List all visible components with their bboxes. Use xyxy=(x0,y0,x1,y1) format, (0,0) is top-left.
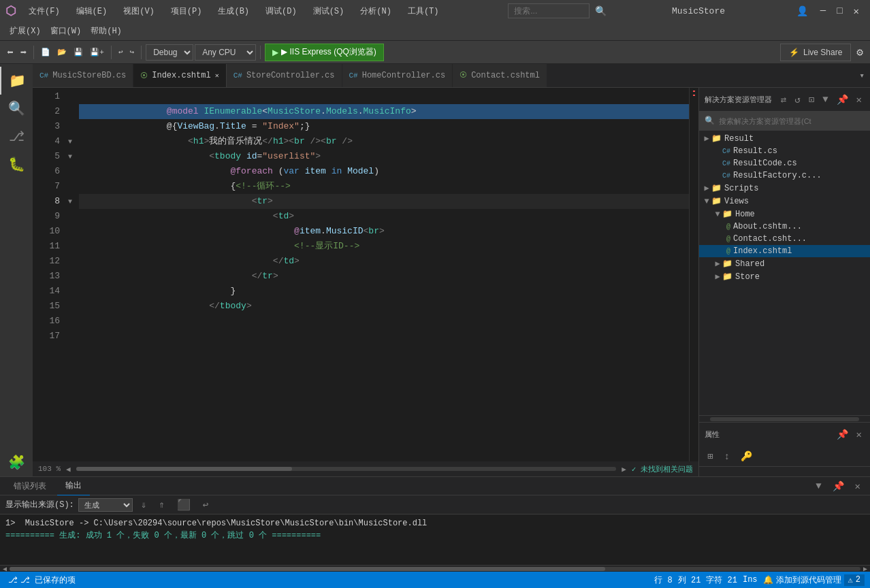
menu-test[interactable]: 测试(S) xyxy=(309,4,349,18)
solution-search-input[interactable] xyxy=(719,117,865,125)
output-action-1[interactable]: ▼ xyxy=(811,479,825,493)
status-char[interactable]: 字符 21 xyxy=(703,574,740,586)
prop-sort-icon[interactable]: ↕ xyxy=(721,450,732,463)
activity-extensions[interactable]: 🧩 xyxy=(0,448,33,476)
activity-git[interactable]: ⎇ xyxy=(0,122,33,150)
tree-shared-folder[interactable]: ▶ 📁 Shared xyxy=(699,257,870,270)
toolbar-undo[interactable]: ↩ xyxy=(116,46,126,58)
tab-error-list[interactable]: 错误列表 xyxy=(5,477,54,495)
user-avatar[interactable]: 👤 xyxy=(790,0,815,22)
toolbar-forward[interactable]: ➡ xyxy=(18,44,30,61)
tree-views-folder[interactable]: ▼ 📁 Views xyxy=(699,195,870,208)
tree-contact-cshtml[interactable]: @ Contact.csht... xyxy=(699,233,870,245)
se-hscroll-track[interactable] xyxy=(710,417,859,421)
tab-homecontroller[interactable]: C# HomeController.cs xyxy=(342,64,453,87)
maximize-button[interactable]: □ xyxy=(831,0,848,22)
menu-project[interactable]: 项目(P) xyxy=(167,4,206,18)
status-git[interactable]: ⎇ ⎇ 已保存的项 xyxy=(5,574,78,586)
status-line[interactable]: 行 8 xyxy=(651,574,675,586)
tree-resultfactory-cs[interactable]: C# ResultFactory.c... xyxy=(699,169,870,182)
tree-result-folder[interactable]: ▶ 📁 Result xyxy=(699,132,870,145)
global-search-input[interactable] xyxy=(508,3,590,18)
fold-4-icon[interactable]: ▼ xyxy=(68,138,72,146)
se-close-btn[interactable]: ✕ xyxy=(854,93,865,107)
output-hscroll-thumb[interactable] xyxy=(10,567,605,571)
code-lines[interactable]: @model IEnumerable<MusicStore.Models.Mus… xyxy=(79,88,689,461)
prop-key-icon[interactable]: 🔑 xyxy=(738,449,755,463)
toolbar-back[interactable]: ⬅ xyxy=(4,44,16,61)
tab-musicstorebd[interactable]: C# MusicStoreBD.cs xyxy=(33,64,133,87)
tab-index[interactable]: ⦿ Index.cshtml ✕ xyxy=(133,64,226,87)
prop-grid-icon[interactable]: ⊞ xyxy=(705,449,715,463)
tab-storecontroller[interactable]: C# StoreController.cs xyxy=(227,64,342,87)
live-share-button[interactable]: ⚡ Live Share xyxy=(780,44,851,61)
se-sync-btn[interactable]: ⇄ xyxy=(778,93,789,107)
status-mode[interactable]: Ins xyxy=(740,574,760,586)
scroll-right-btn[interactable]: ▶ xyxy=(622,465,626,474)
toolbar-redo[interactable]: ↪ xyxy=(127,46,138,58)
cpu-config-select[interactable]: Any CPU xyxy=(195,44,256,61)
fold-8-icon[interactable]: ▼ xyxy=(68,198,72,206)
menu-view[interactable]: 视图(V) xyxy=(119,4,159,18)
tree-scripts-folder[interactable]: ▶ 📁 Scripts xyxy=(699,182,870,195)
run-button[interactable]: ▶ ▶ IIS Express (QQ浏览器) xyxy=(265,44,384,61)
menu-help[interactable]: 帮助(H) xyxy=(86,24,126,38)
se-filter-btn[interactable]: ⊡ xyxy=(806,93,817,107)
toolbar-new-file[interactable]: 📄 xyxy=(38,46,53,58)
menu-tools[interactable]: 工具(T) xyxy=(404,4,443,18)
tree-resultcode-cs[interactable]: C# ResultCode.cs xyxy=(699,157,870,169)
menu-file[interactable]: 文件(F) xyxy=(25,4,64,18)
se-collapse-btn[interactable]: ▼ xyxy=(820,93,831,106)
menu-build[interactable]: 生成(B) xyxy=(214,4,253,18)
toolbar-settings[interactable]: ⚙ xyxy=(854,44,866,61)
tab-overflow[interactable]: ▾ xyxy=(854,64,870,87)
toolbar-save-all[interactable]: 💾+ xyxy=(87,46,107,58)
se-hscroll[interactable] xyxy=(699,415,870,422)
menu-extend[interactable]: 扩展(X) xyxy=(5,24,45,38)
tree-store-folder[interactable]: ▶ 📁 Store xyxy=(699,270,870,283)
output-hscroll[interactable]: ◀ ▶ xyxy=(0,565,870,572)
debug-config-select[interactable]: Debug xyxy=(146,44,193,61)
se-pin-btn[interactable]: 📌 xyxy=(834,93,851,107)
prop-close-btn[interactable]: ✕ xyxy=(854,427,865,442)
tree-about-cshtml[interactable]: @ About.cshtm... xyxy=(699,220,870,233)
output-hscroll-track[interactable] xyxy=(10,567,860,571)
code-editor[interactable]: 1 2 3 4 5 6 7 8 9 10 11 12 13 xyxy=(33,88,698,476)
output-clear[interactable]: ⬛ xyxy=(173,497,195,513)
status-notification[interactable]: ⚠ 2 xyxy=(844,574,865,586)
no-issues-label[interactable]: ✓ 未找到相关问题 xyxy=(632,464,693,474)
activity-explorer[interactable]: 📁 xyxy=(0,67,33,95)
activity-debug[interactable]: 🐛 xyxy=(0,150,33,178)
tree-result-cs[interactable]: C# Result.cs xyxy=(699,145,870,157)
activity-search[interactable]: 🔍 xyxy=(0,95,33,122)
status-col[interactable]: 列 21 xyxy=(675,574,704,586)
menu-edit[interactable]: 编辑(E) xyxy=(72,4,112,18)
close-button[interactable]: ✕ xyxy=(848,0,865,22)
tab-contact[interactable]: ⦿ Contact.cshtml xyxy=(453,64,547,87)
fold-5-icon[interactable]: ▼ xyxy=(68,153,72,161)
output-wrap[interactable]: ↩ xyxy=(199,497,212,512)
output-scroll-end[interactable]: ⇓ xyxy=(137,497,150,512)
output-pin-btn[interactable]: 📌 xyxy=(828,479,848,493)
gutter-8[interactable]: ▼ xyxy=(68,194,79,209)
toolbar-save[interactable]: 💾 xyxy=(71,46,86,58)
menu-debug[interactable]: 调试(D) xyxy=(261,4,301,18)
output-source-select[interactable]: 生成 xyxy=(78,498,133,512)
output-close-btn[interactable]: ✕ xyxy=(851,479,865,493)
gutter-5[interactable]: ▼ xyxy=(68,149,79,164)
tree-index-cshtml[interactable]: @ Index.cshtml xyxy=(699,245,870,257)
toolbar-open[interactable]: 📂 xyxy=(54,46,69,58)
zoom-label[interactable]: 103 % xyxy=(38,465,61,473)
se-refresh-btn[interactable]: ↺ xyxy=(792,93,803,107)
gutter-4[interactable]: ▼ xyxy=(68,134,79,149)
prop-pin-btn[interactable]: 📌 xyxy=(834,427,851,442)
menu-analyze[interactable]: 分析(N) xyxy=(356,4,396,18)
h-scrollbar-track[interactable] xyxy=(76,467,617,471)
h-scrollbar-thumb[interactable] xyxy=(76,467,292,471)
tree-home-folder[interactable]: ▼ 📁 Home xyxy=(699,208,870,220)
status-source-control-right[interactable]: 🔔 添加到源代码管理 xyxy=(760,574,844,586)
menu-window[interactable]: 窗口(W) xyxy=(46,24,86,38)
tab-output[interactable]: 输出 xyxy=(57,477,90,495)
minimize-button[interactable]: ─ xyxy=(815,0,831,22)
scroll-left-btn[interactable]: ◀ xyxy=(66,465,71,474)
